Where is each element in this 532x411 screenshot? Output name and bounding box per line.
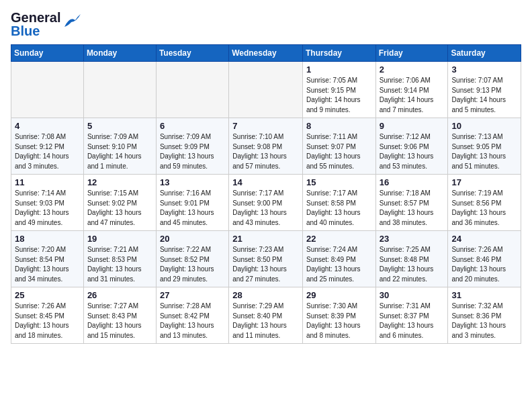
day-info: Sunrise: 7:12 AM Sunset: 9:06 PM Dayligh… xyxy=(380,132,445,171)
day-number: 19 xyxy=(87,234,152,244)
day-number: 4 xyxy=(15,121,80,131)
day-info: Sunrise: 7:16 AM Sunset: 9:01 PM Dayligh… xyxy=(160,189,225,228)
calendar-cell: 15Sunrise: 7:17 AM Sunset: 8:58 PM Dayli… xyxy=(302,175,375,231)
day-info: Sunrise: 7:27 AM Sunset: 8:43 PM Dayligh… xyxy=(87,302,152,340)
calendar-cell: 23Sunrise: 7:25 AM Sunset: 8:48 PM Dayli… xyxy=(375,231,448,287)
day-info: Sunrise: 7:31 AM Sunset: 8:37 PM Dayligh… xyxy=(380,302,445,340)
calendar-cell: 24Sunrise: 7:26 AM Sunset: 8:46 PM Dayli… xyxy=(448,231,521,287)
calendar-header-row: SundayMondayTuesdayWednesdayThursdayFrid… xyxy=(11,45,521,62)
day-number: 17 xyxy=(451,177,517,187)
day-info: Sunrise: 7:09 AM Sunset: 9:10 PM Dayligh… xyxy=(87,132,152,171)
day-number: 23 xyxy=(380,234,445,244)
calendar-cell: 2Sunrise: 7:06 AM Sunset: 9:14 PM Daylig… xyxy=(375,62,448,118)
day-info: Sunrise: 7:17 AM Sunset: 8:58 PM Dayligh… xyxy=(306,189,372,228)
day-info: Sunrise: 7:26 AM Sunset: 8:45 PM Dayligh… xyxy=(15,302,80,340)
day-number: 20 xyxy=(160,234,225,244)
calendar-cell: 6Sunrise: 7:09 AM Sunset: 9:09 PM Daylig… xyxy=(156,118,228,175)
day-number: 30 xyxy=(380,290,445,300)
day-number: 12 xyxy=(87,177,152,187)
calendar-cell: 18Sunrise: 7:20 AM Sunset: 8:54 PM Dayli… xyxy=(11,231,84,287)
day-info: Sunrise: 7:13 AM Sunset: 9:05 PM Dayligh… xyxy=(451,132,517,171)
logo-blue: Blue xyxy=(11,24,60,38)
week-row-2: 4Sunrise: 7:08 AM Sunset: 9:12 PM Daylig… xyxy=(11,118,521,175)
day-number: 28 xyxy=(232,290,299,300)
column-header-saturday: Saturday xyxy=(448,45,521,62)
day-info: Sunrise: 7:21 AM Sunset: 8:53 PM Dayligh… xyxy=(87,245,152,284)
day-info: Sunrise: 7:08 AM Sunset: 9:12 PM Dayligh… xyxy=(15,132,80,171)
calendar-cell: 30Sunrise: 7:31 AM Sunset: 8:37 PM Dayli… xyxy=(375,287,448,344)
page-header: General Blue xyxy=(11,11,521,38)
day-number: 6 xyxy=(160,121,225,131)
calendar-cell: 19Sunrise: 7:21 AM Sunset: 8:53 PM Dayli… xyxy=(83,231,156,287)
day-info: Sunrise: 7:14 AM Sunset: 9:03 PM Dayligh… xyxy=(15,189,80,228)
calendar-cell: 25Sunrise: 7:26 AM Sunset: 8:45 PM Dayli… xyxy=(11,287,84,344)
day-info: Sunrise: 7:20 AM Sunset: 8:54 PM Dayligh… xyxy=(15,245,80,284)
calendar-cell xyxy=(11,62,84,118)
column-header-friday: Friday xyxy=(375,45,448,62)
calendar-cell: 21Sunrise: 7:23 AM Sunset: 8:50 PM Dayli… xyxy=(229,231,303,287)
day-info: Sunrise: 7:17 AM Sunset: 9:00 PM Dayligh… xyxy=(232,189,299,228)
calendar-cell: 20Sunrise: 7:22 AM Sunset: 8:52 PM Dayli… xyxy=(156,231,228,287)
column-header-tuesday: Tuesday xyxy=(156,45,228,62)
day-info: Sunrise: 7:10 AM Sunset: 9:08 PM Dayligh… xyxy=(232,132,299,171)
logo-container: General Blue xyxy=(11,11,81,38)
day-number: 11 xyxy=(15,177,80,187)
day-number: 13 xyxy=(160,177,225,187)
day-info: Sunrise: 7:26 AM Sunset: 8:46 PM Dayligh… xyxy=(451,245,517,284)
calendar-cell: 13Sunrise: 7:16 AM Sunset: 9:01 PM Dayli… xyxy=(156,175,228,231)
day-info: Sunrise: 7:30 AM Sunset: 8:39 PM Dayligh… xyxy=(306,302,372,340)
day-number: 5 xyxy=(87,121,152,131)
day-info: Sunrise: 7:29 AM Sunset: 8:40 PM Dayligh… xyxy=(232,302,299,340)
calendar-cell: 26Sunrise: 7:27 AM Sunset: 8:43 PM Dayli… xyxy=(83,287,156,344)
day-number: 8 xyxy=(306,121,372,131)
week-row-1: 1Sunrise: 7:05 AM Sunset: 9:15 PM Daylig… xyxy=(11,62,521,118)
calendar-cell: 7Sunrise: 7:10 AM Sunset: 9:08 PM Daylig… xyxy=(229,118,303,175)
calendar-cell: 11Sunrise: 7:14 AM Sunset: 9:03 PM Dayli… xyxy=(11,175,84,231)
day-number: 9 xyxy=(380,121,445,131)
week-row-3: 11Sunrise: 7:14 AM Sunset: 9:03 PM Dayli… xyxy=(11,175,521,231)
day-info: Sunrise: 7:22 AM Sunset: 8:52 PM Dayligh… xyxy=(160,245,225,284)
day-number: 16 xyxy=(380,177,445,187)
day-number: 21 xyxy=(232,234,299,244)
calendar-cell: 16Sunrise: 7:18 AM Sunset: 8:57 PM Dayli… xyxy=(375,175,448,231)
day-info: Sunrise: 7:28 AM Sunset: 8:42 PM Dayligh… xyxy=(160,302,225,340)
day-number: 10 xyxy=(451,121,517,131)
calendar-cell: 17Sunrise: 7:19 AM Sunset: 8:56 PM Dayli… xyxy=(448,175,521,231)
logo: General Blue xyxy=(11,11,81,38)
calendar-cell: 28Sunrise: 7:29 AM Sunset: 8:40 PM Dayli… xyxy=(229,287,303,344)
calendar-cell: 10Sunrise: 7:13 AM Sunset: 9:05 PM Dayli… xyxy=(448,118,521,175)
day-number: 25 xyxy=(15,290,80,300)
day-number: 2 xyxy=(380,64,445,75)
calendar-cell: 9Sunrise: 7:12 AM Sunset: 9:06 PM Daylig… xyxy=(375,118,448,175)
day-info: Sunrise: 7:05 AM Sunset: 9:15 PM Dayligh… xyxy=(306,76,372,115)
day-info: Sunrise: 7:23 AM Sunset: 8:50 PM Dayligh… xyxy=(232,245,299,284)
day-info: Sunrise: 7:09 AM Sunset: 9:09 PM Dayligh… xyxy=(160,132,225,171)
calendar-cell: 1Sunrise: 7:05 AM Sunset: 9:15 PM Daylig… xyxy=(302,62,375,118)
day-info: Sunrise: 7:32 AM Sunset: 8:36 PM Dayligh… xyxy=(451,302,517,340)
calendar-cell: 3Sunrise: 7:07 AM Sunset: 9:13 PM Daylig… xyxy=(448,62,521,118)
calendar-cell: 5Sunrise: 7:09 AM Sunset: 9:10 PM Daylig… xyxy=(83,118,156,175)
calendar-table: SundayMondayTuesdayWednesdayThursdayFrid… xyxy=(11,44,521,344)
day-number: 27 xyxy=(160,290,225,300)
day-number: 3 xyxy=(451,64,517,75)
day-number: 7 xyxy=(232,121,299,131)
calendar-cell: 12Sunrise: 7:15 AM Sunset: 9:02 PM Dayli… xyxy=(83,175,156,231)
calendar-cell: 29Sunrise: 7:30 AM Sunset: 8:39 PM Dayli… xyxy=(302,287,375,344)
day-info: Sunrise: 7:18 AM Sunset: 8:57 PM Dayligh… xyxy=(380,189,445,228)
day-info: Sunrise: 7:11 AM Sunset: 9:07 PM Dayligh… xyxy=(306,132,372,171)
day-number: 14 xyxy=(232,177,299,187)
calendar-cell xyxy=(83,62,156,118)
day-number: 31 xyxy=(451,290,517,300)
column-header-thursday: Thursday xyxy=(302,45,375,62)
day-info: Sunrise: 7:07 AM Sunset: 9:13 PM Dayligh… xyxy=(451,76,517,115)
column-header-wednesday: Wednesday xyxy=(229,45,303,62)
calendar-cell: 27Sunrise: 7:28 AM Sunset: 8:42 PM Dayli… xyxy=(156,287,228,344)
calendar-cell: 31Sunrise: 7:32 AM Sunset: 8:36 PM Dayli… xyxy=(448,287,521,344)
column-header-monday: Monday xyxy=(83,45,156,62)
day-number: 26 xyxy=(87,290,152,300)
day-number: 18 xyxy=(15,234,80,244)
day-number: 24 xyxy=(451,234,517,244)
week-row-4: 18Sunrise: 7:20 AM Sunset: 8:54 PM Dayli… xyxy=(11,231,521,287)
day-number: 1 xyxy=(306,64,372,75)
day-info: Sunrise: 7:19 AM Sunset: 8:56 PM Dayligh… xyxy=(451,189,517,228)
